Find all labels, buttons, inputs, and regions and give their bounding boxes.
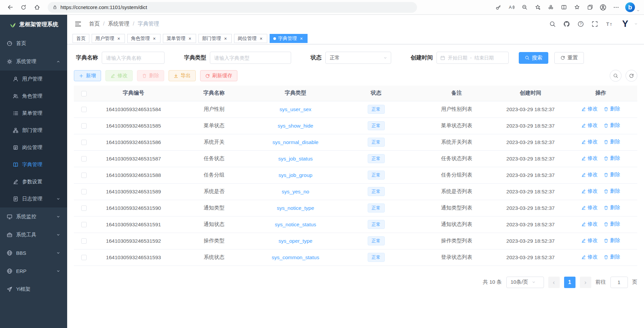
- row-checkbox[interactable]: [81, 123, 87, 129]
- favorites-bar-icon[interactable]: [571, 2, 583, 13]
- sidebar-item-config[interactable]: 参数设置: [0, 173, 67, 190]
- tab-close-icon[interactable]: ×: [223, 36, 228, 41]
- dict-type-link[interactable]: sys_common_status: [272, 254, 319, 260]
- refresh-cache-button[interactable]: 刷新缓存: [200, 70, 237, 81]
- add-favorite-icon[interactable]: [532, 2, 544, 13]
- goto-page-input[interactable]: [610, 277, 628, 288]
- delete-button[interactable]: 删除: [137, 70, 164, 81]
- sidebar-toggle-button[interactable]: [73, 19, 83, 29]
- dict-type-link[interactable]: sys_show_hide: [278, 123, 313, 129]
- sidebar-item-bbs[interactable]: BBS: [0, 244, 67, 262]
- sidebar-item-user[interactable]: 用户管理: [0, 71, 67, 88]
- dict-name-input[interactable]: [102, 52, 165, 64]
- edit-row-button[interactable]: 修改: [581, 155, 598, 161]
- edit-row-button[interactable]: 修改: [581, 172, 598, 178]
- row-checkbox[interactable]: [81, 222, 87, 227]
- dict-type-link[interactable]: sys_normal_disable: [273, 139, 319, 145]
- tab-close-icon[interactable]: ×: [116, 36, 121, 41]
- tab-post[interactable]: 岗位管理×: [234, 34, 267, 43]
- breadcrumb-item[interactable]: 首页: [89, 20, 100, 28]
- delete-row-button[interactable]: 删除: [604, 237, 620, 244]
- sidebar-item-tool[interactable]: 系统工具: [0, 226, 67, 244]
- edit-row-button[interactable]: 修改: [581, 122, 598, 129]
- sidebar-item-menu[interactable]: 菜单管理: [0, 105, 67, 122]
- delete-row-button[interactable]: 删除: [604, 106, 620, 112]
- page-number-button[interactable]: 1: [564, 277, 576, 288]
- add-button[interactable]: 新增: [74, 70, 101, 81]
- sidebar-item-dict[interactable]: 字典管理: [0, 156, 67, 173]
- delete-row-button[interactable]: 删除: [604, 122, 620, 129]
- edit-row-button[interactable]: 修改: [581, 221, 598, 227]
- header-search-button[interactable]: [549, 20, 556, 28]
- dict-type-link[interactable]: sys_yes_no: [282, 189, 309, 194]
- next-page-button[interactable]: ›: [580, 277, 591, 288]
- delete-row-button[interactable]: 删除: [604, 155, 620, 161]
- tab-home[interactable]: 首页: [73, 34, 89, 43]
- row-checkbox[interactable]: [81, 205, 87, 211]
- date-range-picker[interactable]: 开始日期 - 结束日期: [436, 52, 509, 64]
- tab-dept[interactable]: 部门管理×: [198, 34, 232, 43]
- read-aloud-icon[interactable]: A: [505, 2, 517, 13]
- show-search-toggle-button[interactable]: [610, 70, 622, 82]
- dict-type-input[interactable]: [210, 52, 291, 64]
- tab-close-icon[interactable]: ×: [152, 36, 157, 41]
- sidebar-item-yi[interactable]: Yi框架: [0, 280, 67, 298]
- dict-type-link[interactable]: sys_job_status: [278, 156, 313, 161]
- delete-row-button[interactable]: 删除: [604, 254, 620, 260]
- fullscreen-button[interactable]: [591, 20, 599, 28]
- edit-row-button[interactable]: 修改: [581, 254, 598, 260]
- edit-button[interactable]: 修改: [105, 70, 133, 81]
- browser-settings-ellipsis-icon[interactable]: [610, 2, 622, 13]
- tab-menu[interactable]: 菜单管理×: [163, 34, 196, 43]
- sidebar-item-monitor[interactable]: 系统监控: [0, 207, 67, 226]
- dict-type-link[interactable]: sys_notice_type: [277, 205, 314, 211]
- password-key-icon[interactable]: [492, 2, 504, 13]
- row-checkbox[interactable]: [81, 255, 87, 260]
- delete-row-button[interactable]: 删除: [604, 139, 620, 145]
- sidebar-item-system[interactable]: 系统管理: [0, 52, 67, 71]
- github-button[interactable]: [563, 20, 570, 28]
- row-checkbox[interactable]: [81, 173, 87, 178]
- user-avatar[interactable]: Y: [619, 18, 631, 30]
- prev-page-button[interactable]: ‹: [548, 277, 560, 288]
- sidebar-item-role[interactable]: 角色管理: [0, 88, 67, 105]
- tab-close-icon[interactable]: ×: [187, 36, 192, 41]
- status-select[interactable]: 正常: [325, 52, 391, 64]
- edit-row-button[interactable]: 修改: [581, 237, 598, 244]
- app-logo[interactable]: 意框架管理系统: [0, 15, 67, 34]
- page-size-select[interactable]: 10条/页: [506, 277, 544, 288]
- sidebar-item-log[interactable]: 日志管理: [0, 190, 67, 207]
- row-checkbox[interactable]: [81, 189, 87, 194]
- sidebar-item-erp[interactable]: ERP: [0, 262, 67, 280]
- browser-back-button[interactable]: [4, 2, 16, 13]
- dict-type-link[interactable]: sys_job_group: [279, 172, 313, 178]
- row-checkbox[interactable]: [81, 140, 87, 145]
- browser-home-button[interactable]: [31, 2, 43, 13]
- edit-row-button[interactable]: 修改: [581, 139, 598, 145]
- tab-close-icon[interactable]: ×: [299, 36, 304, 41]
- extensions-icon[interactable]: [545, 2, 557, 13]
- delete-row-button[interactable]: 删除: [604, 221, 620, 227]
- tab-user[interactable]: 用户管理×: [92, 34, 125, 43]
- edit-row-button[interactable]: 修改: [581, 188, 598, 194]
- browser-refresh-button[interactable]: [17, 2, 30, 13]
- reset-button[interactable]: 重置: [554, 52, 584, 64]
- bing-logo-button[interactable]: b: [625, 2, 635, 12]
- browser-profile-avatar[interactable]: [597, 2, 609, 13]
- refresh-table-button[interactable]: [626, 70, 637, 82]
- sidebar-item-home[interactable]: 首页: [0, 34, 67, 52]
- sidebar-item-dept[interactable]: 部门管理: [0, 122, 67, 139]
- address-bar[interactable]: https://ccnetcore.com:1101/system/dict: [48, 2, 417, 13]
- row-checkbox[interactable]: [81, 107, 87, 112]
- tab-close-icon[interactable]: ×: [259, 36, 264, 41]
- export-button[interactable]: 导出: [169, 70, 196, 81]
- collections-icon[interactable]: [584, 2, 596, 13]
- font-size-button[interactable]: TT: [605, 20, 613, 28]
- edit-row-button[interactable]: 修改: [581, 204, 598, 211]
- breadcrumb-item[interactable]: 系统管理: [108, 20, 129, 28]
- bing-caret-icon[interactable]: [636, 9, 640, 13]
- row-checkbox[interactable]: [81, 238, 87, 244]
- delete-row-button[interactable]: 删除: [604, 172, 620, 178]
- search-button[interactable]: 搜索: [519, 52, 548, 64]
- delete-row-button[interactable]: 删除: [604, 204, 620, 211]
